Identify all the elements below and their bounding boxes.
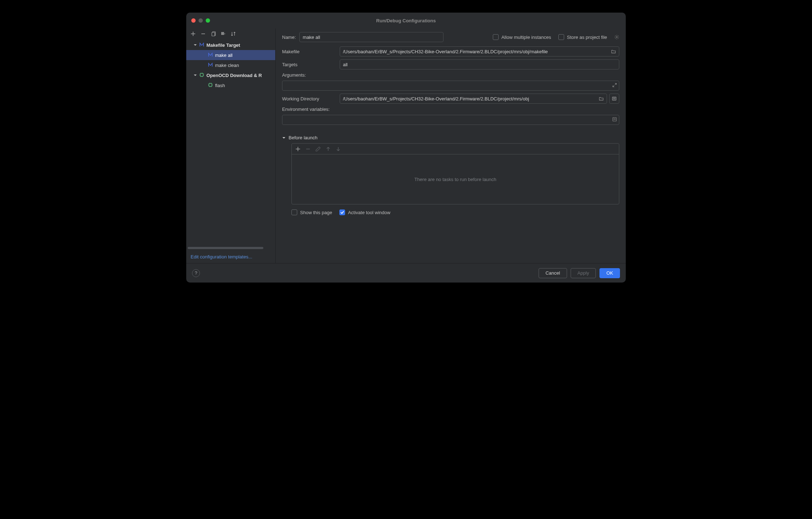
cancel-button-label: Cancel [545, 270, 560, 276]
activate-tool-window-label: Activate tool window [348, 210, 391, 215]
targets-input[interactable]: all [340, 59, 619, 69]
before-launch-label: Before launch [289, 135, 317, 140]
name-input[interactable]: make all [299, 32, 443, 42]
tree-group-openocd[interactable]: OpenOCD Download & R [186, 70, 275, 80]
makefile-value: /Users/baohan/ErBW_s/Projects/CH32-Bike-… [343, 49, 548, 54]
gear-icon[interactable] [614, 35, 619, 40]
tree-item-make-clean[interactable]: make clean [186, 60, 275, 70]
targets-value: all [343, 62, 348, 67]
remove-config-button[interactable] [200, 31, 206, 37]
svg-rect-5 [613, 118, 616, 121]
chip-item-icon [208, 82, 213, 89]
makefile-item-icon [208, 62, 213, 68]
edit-task-button [315, 146, 321, 152]
name-label: Name: [282, 35, 296, 40]
add-config-button[interactable] [190, 31, 196, 37]
ok-button[interactable]: OK [599, 268, 620, 278]
tree-item-label: make clean [215, 63, 239, 68]
chevron-down-icon [193, 73, 197, 78]
makefile-label: Makefile [282, 49, 336, 54]
folder-browse-icon[interactable] [599, 96, 604, 101]
makefile-item-icon [208, 52, 213, 58]
titlebar: Run/Debug Configurations [186, 13, 626, 28]
zoom-window-button[interactable] [206, 18, 210, 23]
help-button[interactable]: ? [192, 269, 200, 277]
form-area: Name: make all Allow multiple instances … [276, 28, 626, 263]
svg-point-3 [616, 36, 617, 38]
env-label: Environment variables: [282, 107, 619, 112]
workdir-label: Working Directory [282, 96, 336, 101]
tree-item-flash[interactable]: flash [186, 80, 275, 90]
store-project-label: Store as project file [567, 35, 607, 40]
dialog-window: Run/Debug Configurations [186, 13, 626, 283]
config-tree: Makefile Target make all make clean [186, 39, 275, 247]
svg-rect-2 [209, 84, 212, 86]
apply-button-label: Apply [577, 270, 589, 276]
scrollbar-thumb[interactable] [188, 247, 263, 249]
minimize-window-button[interactable] [198, 18, 203, 23]
content-area: Makefile Target make all make clean [186, 28, 626, 263]
tree-item-label: make all [215, 53, 232, 58]
expand-field-icon[interactable] [612, 83, 617, 89]
env-input[interactable] [282, 115, 619, 125]
sort-configs-button[interactable] [230, 31, 237, 37]
chip-type-icon [199, 72, 204, 78]
checkbox-box-checked [339, 209, 345, 215]
before-launch-toggle[interactable]: Before launch [282, 135, 619, 140]
svg-rect-1 [200, 73, 203, 76]
arguments-label: Arguments: [282, 72, 619, 78]
ok-button-label: OK [606, 270, 613, 276]
show-this-page-label: Show this page [300, 210, 332, 215]
sidebar-footer: Edit configuration templates... [186, 251, 275, 263]
move-task-down-button [335, 146, 342, 152]
traffic-lights [186, 18, 210, 23]
move-task-up-button [325, 146, 331, 152]
dialog-footer: ? Cancel Apply OK [186, 263, 626, 283]
name-input-value: make all [303, 35, 320, 40]
copy-config-button[interactable] [210, 31, 217, 37]
remove-task-button [305, 146, 311, 152]
before-launch-panel: There are no tasks to run before launch [291, 143, 619, 204]
svg-rect-4 [612, 97, 616, 100]
apply-button: Apply [571, 268, 596, 278]
makefile-input[interactable]: /Users/baohan/ErBW_s/Projects/CH32-Bike-… [340, 46, 619, 57]
cancel-button[interactable]: Cancel [539, 268, 567, 278]
save-template-button[interactable] [220, 31, 227, 37]
workdir-input[interactable]: /Users/baohan/ErBW_s/Projects/CH32-Bike-… [340, 94, 607, 104]
allow-multiple-checkbox[interactable]: Allow multiple instances [493, 34, 551, 40]
allow-multiple-label: Allow multiple instances [501, 35, 551, 40]
targets-label: Targets [282, 62, 336, 67]
checkbox-box [291, 209, 297, 215]
before-launch-empty-text: There are no tasks to run before launch [292, 154, 619, 204]
window-title: Run/Debug Configurations [186, 18, 626, 23]
makefile-type-icon [199, 42, 204, 48]
sidebar-toolbar [186, 28, 275, 39]
insert-macro-button[interactable] [609, 94, 619, 104]
checkbox-box [493, 34, 499, 40]
folder-browse-icon[interactable] [611, 49, 616, 54]
svg-rect-0 [212, 32, 215, 36]
show-this-page-checkbox[interactable]: Show this page [291, 209, 332, 215]
arguments-input[interactable] [282, 81, 619, 91]
tree-group-makefile[interactable]: Makefile Target [186, 40, 275, 50]
activate-tool-window-checkbox[interactable]: Activate tool window [339, 209, 391, 215]
sidebar: Makefile Target make all make clean [186, 28, 276, 263]
edit-templates-link[interactable]: Edit configuration templates... [191, 254, 252, 260]
close-window-button[interactable] [191, 18, 196, 23]
sidebar-horizontal-scrollbar[interactable] [188, 247, 274, 249]
workdir-value: /Users/baohan/ErBW_s/Projects/CH32-Bike-… [343, 96, 529, 101]
tree-group-label: OpenOCD Download & R [206, 73, 262, 78]
store-project-checkbox[interactable]: Store as project file [558, 34, 607, 40]
tree-item-make-all[interactable]: make all [186, 50, 275, 60]
before-launch-toolbar [292, 144, 619, 154]
tree-item-label: flash [215, 83, 225, 88]
checkbox-box [558, 34, 564, 40]
tree-group-label: Makefile Target [206, 42, 240, 48]
chevron-down-icon [193, 42, 197, 48]
add-task-button[interactable] [295, 146, 301, 152]
env-list-icon[interactable] [612, 117, 617, 123]
